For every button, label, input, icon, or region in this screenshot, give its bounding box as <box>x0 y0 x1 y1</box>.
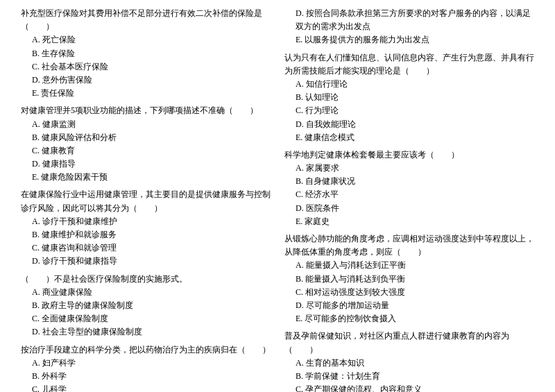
question-22-text: 普及孕前保健知识，对社区内重点人群进行健康教育的内容为（ ） <box>284 330 534 356</box>
question-13-text: 对健康管理并5项职业功能的描述，下列哪项描述不准确（ ） <box>21 104 271 117</box>
q13-option-c: C. 健康教育 <box>21 144 271 157</box>
q12-option-c: C. 社会基本医疗保险 <box>21 60 271 74</box>
q22-option-c: C. 孕产期保健的流程、内容和意义 <box>284 383 534 392</box>
q21-option-d: D. 尽可能多的增加运动量 <box>284 299 534 312</box>
question-20-text: 科学地判定健康体检套餐最主要应该考（ ） <box>284 148 534 162</box>
two-column-layout: 补充型医疗保险对其费用补偿不足部分进行有效二次补偿的保险是（ ） A. 死亡保险… <box>21 7 534 392</box>
q16-option-a: A. 妇产科学 <box>21 357 271 370</box>
question-16-text: 按治疗手段建立的科学分类，把以药物治疗为主的疾病归在（ ） <box>21 343 271 357</box>
q14-option-a: A. 诊疗干预和健康维护 <box>21 215 271 228</box>
question-15: （ ）不是社会医疗保险制度的实施形式。 A. 商业健康保险 B. 政府主导的健康… <box>21 273 271 339</box>
q18-option-d: D. 按照合同条款承担第三方所要求的对客户服务的内容，以满足双方的需求为出发点 <box>284 7 534 33</box>
q22-option-b: B. 学前保健：计划生育 <box>284 370 534 383</box>
q21-option-c: C. 相对运动强度达到较大强度 <box>284 286 534 299</box>
q20-option-b: B. 自身健康状况 <box>284 175 534 188</box>
question-18-continued: D. 按照合同条款承担第三方所要求的对客户服务的内容，以满足双方的需求为出发点 … <box>284 7 534 47</box>
q12-option-a: A. 死亡保险 <box>21 33 271 46</box>
question-21: 从锻炼心肺功能的角度考虑，应调相对运动强度达到中等程度以上，从降低体重的角度考虑… <box>284 232 534 325</box>
q22-option-a: A. 生育的基本知识 <box>284 357 534 370</box>
question-20: 科学地判定健康体检套餐最主要应该考（ ） A. 家属要求 B. 自身健康状况 C… <box>284 148 534 228</box>
q12-option-b: B. 生存保险 <box>21 47 271 60</box>
q19-option-e: E. 健康信念模式 <box>284 131 534 144</box>
q21-option-e: E. 尽可能多的控制饮食摄入 <box>284 312 534 325</box>
question-13: 对健康管理并5项职业功能的描述，下列哪项描述不准确（ ） A. 健康监测 B. … <box>21 104 271 184</box>
q13-option-a: A. 健康监测 <box>21 118 271 131</box>
q20-option-e: E. 家庭史 <box>284 215 534 228</box>
question-16: 按治疗手段建立的科学分类，把以药物治疗为主的疾病归在（ ） A. 妇产科学 B.… <box>21 343 271 393</box>
q13-option-b: B. 健康风险评估和分析 <box>21 131 271 144</box>
q12-option-e: E. 责任保险 <box>21 87 271 100</box>
question-22: 普及孕前保健知识，对社区内重点人群进行健康教育的内容为（ ） A. 生育的基本知… <box>284 330 534 392</box>
q18-option-e: E. 以服务提供方的服务能力为出发点 <box>284 33 534 46</box>
q14-option-c: C. 健康咨询和就诊管理 <box>21 241 271 255</box>
q12-option-d: D. 意外伤害保险 <box>21 74 271 87</box>
question-19-text: 认为只有在人们懂知信息、认同信息内容、产生行为意愿、并具有行为所需技能后才能实现… <box>284 51 534 78</box>
q20-option-c: C. 经济水平 <box>284 188 534 201</box>
question-14: 在健康保险行业中运用健康管理，其主要目的是提供健康服务与控制诊疗风险，因此可以将… <box>21 188 271 268</box>
q15-option-a: A. 商业健康保险 <box>21 286 271 299</box>
question-21-text: 从锻炼心肺功能的角度考虑，应调相对运动强度达到中等程度以上，从降低体重的角度考虑… <box>284 232 534 259</box>
question-19: 认为只有在人们懂知信息、认同信息内容、产生行为意愿、并具有行为所需技能后才能实现… <box>284 51 534 144</box>
right-column: D. 按照合同条款承担第三方所要求的对客户服务的内容，以满足双方的需求为出发点 … <box>284 7 534 392</box>
q16-option-b: B. 外科学 <box>21 370 271 383</box>
q14-option-d: D. 诊疗干预和健康指导 <box>21 255 271 268</box>
q21-option-a: A. 能量摄入与消耗达到正平衡 <box>284 259 534 272</box>
q21-option-b: B. 能量摄入与消耗达到负平衡 <box>284 273 534 286</box>
q19-option-b: B. 认知理论 <box>284 91 534 104</box>
q15-option-d: D. 社会主导型的健康保险制度 <box>21 325 271 339</box>
q20-option-a: A. 家属要求 <box>284 162 534 175</box>
q15-option-c: C. 全面健康保险制度 <box>21 312 271 325</box>
q13-option-d: D. 健康指导 <box>21 157 271 171</box>
question-12-text: 补充型医疗保险对其费用补偿不足部分进行有效二次补偿的保险是（ ） <box>21 7 271 33</box>
left-column: 补充型医疗保险对其费用补偿不足部分进行有效二次补偿的保险是（ ） A. 死亡保险… <box>21 7 271 392</box>
page-container: 补充型医疗保险对其费用补偿不足部分进行有效二次补偿的保险是（ ） A. 死亡保险… <box>21 7 534 392</box>
question-14-text: 在健康保险行业中运用健康管理，其主要目的是提供健康服务与控制诊疗风险，因此可以将… <box>21 188 271 214</box>
q20-option-d: D. 医院条件 <box>284 202 534 215</box>
question-12: 补充型医疗保险对其费用补偿不足部分进行有效二次补偿的保险是（ ） A. 死亡保险… <box>21 7 271 100</box>
q19-option-a: A. 知信行理论 <box>284 78 534 91</box>
q19-option-d: D. 自我效能理论 <box>284 118 534 131</box>
q13-option-e: E. 健康危险因素干预 <box>21 171 271 184</box>
q19-option-c: C. 行为理论 <box>284 104 534 117</box>
q16-option-c: C. 儿科学 <box>21 383 271 392</box>
q14-option-b: B. 健康维护和就诊服务 <box>21 228 271 241</box>
question-15-text: （ ）不是社会医疗保险制度的实施形式。 <box>21 273 271 286</box>
q15-option-b: B. 政府主导的健康保险制度 <box>21 299 271 312</box>
